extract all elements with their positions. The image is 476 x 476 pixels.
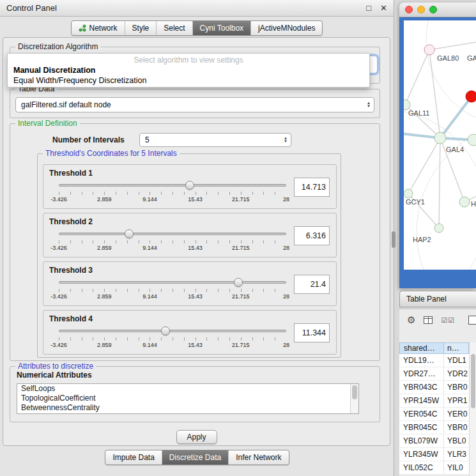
slider-ticks [59, 289, 286, 292]
gear-icon[interactable]: ⚙ [407, 314, 415, 326]
node-label-gal4: GAL4 [446, 146, 464, 153]
tab-select[interactable]: Select [156, 21, 192, 35]
bottom-tab-group: Impute Data Discretize Data Infer Networ… [105, 450, 289, 465]
node-hap2[interactable] [434, 224, 443, 233]
node-gal80[interactable] [424, 45, 434, 55]
slider-thumb[interactable] [234, 278, 243, 287]
tab-cyni-toolbox[interactable]: Cyni Toolbox [192, 21, 250, 35]
close-icon[interactable]: ✕ [380, 3, 387, 13]
tab-infer-network[interactable]: Infer Network [228, 450, 288, 464]
table-row[interactable]: YPR145W YPR1 [399, 394, 469, 408]
control-panel-window: Control Panel □ ✕ Network Style Select [0, 0, 394, 476]
node-right[interactable] [468, 134, 476, 146]
list-scrollbar-thumb[interactable] [352, 385, 357, 399]
network-window-titlebar [399, 3, 476, 17]
slider-ticks [59, 240, 286, 243]
slider-track[interactable] [59, 326, 286, 336]
slider-scale: -3.426 2.859 9.144 15.43 21.715 28 [59, 245, 286, 252]
table-row[interactable]: YER054C YER0 [399, 408, 469, 421]
threshold-1-value-field[interactable]: 14.713 [294, 178, 330, 197]
node-selected-red[interactable] [466, 91, 476, 102]
slider-thumb[interactable] [125, 229, 134, 238]
threshold-4-slider: -3.426 2.859 9.144 15.43 21.715 28 [59, 326, 286, 349]
table-row[interactable]: YBR045C YBR0 [399, 421, 469, 434]
threshold-3-value-field[interactable]: 21.4 [294, 275, 330, 294]
popup-item-equal-width[interactable]: Equal Width/Frequency Discretization [8, 75, 369, 85]
slider-ticks [59, 337, 286, 341]
slider-scale: -3.426 2.859 9.144 15.43 21.715 28 [59, 196, 286, 203]
zoom-window-button[interactable] [429, 6, 437, 13]
node-label-h: H [471, 200, 476, 208]
network-view-window: GAL80 GA GAL11 GAL4 GCY1 H HAP2 [399, 3, 476, 288]
node-gal4[interactable] [434, 132, 446, 144]
close-window-button[interactable] [405, 6, 413, 13]
column-header-shared-name[interactable]: shared… [399, 342, 444, 354]
cell-name: YER0 [444, 408, 469, 420]
threshold-2-value-field[interactable]: 6.316 [294, 226, 330, 245]
tab-impute-data[interactable]: Impute Data [105, 450, 161, 464]
list-item-topologicalcoefficient[interactable]: TopologicalCoefficient [17, 394, 358, 403]
table-row[interactable]: YDR27… YDR2 [399, 367, 469, 381]
cell-name: YIL0 [444, 461, 469, 474]
slider-track[interactable] [59, 277, 286, 288]
tab-jactivemnodules[interactable]: jActiveMNodules [250, 21, 322, 35]
combo-stepper-icon: ▲▼ [367, 102, 371, 108]
slider-track[interactable] [59, 180, 286, 190]
apply-button[interactable]: Apply [176, 430, 217, 444]
list-scrollbar[interactable] [350, 384, 358, 413]
columns-icon[interactable] [424, 316, 433, 324]
float-window-icon[interactable]: □ [366, 3, 371, 13]
window-title: Control Panel [6, 3, 57, 13]
node-h[interactable] [459, 197, 470, 207]
tab-style[interactable]: Style [125, 21, 157, 35]
panel-splitter-grip[interactable] [392, 231, 395, 248]
attributes-group: Attributes to discretize Numerical Attri… [10, 366, 380, 422]
slider-track[interactable] [59, 229, 286, 239]
cell-name: YBR0 [444, 421, 469, 434]
cyni-toolbox-panel: Discretization Algorithm Select algorith… [3, 37, 390, 446]
slider-thumb[interactable] [161, 326, 170, 335]
node-gcy1[interactable] [404, 189, 413, 198]
threshold-4-label: Threshold 4 [49, 314, 93, 323]
table-row[interactable]: YIL052C YIL0 [399, 461, 469, 475]
slider-ticks [59, 192, 286, 195]
tab-impute-data-label: Impute Data [112, 453, 154, 462]
cell-shared-name: YDL19… [399, 354, 444, 367]
tab-network[interactable]: Network [72, 21, 125, 35]
tab-infer-network-label: Infer Network [236, 453, 281, 462]
popup-placeholder-text: Select algorithm to view settings [8, 54, 369, 65]
minimize-window-button[interactable] [417, 6, 425, 13]
cell-shared-name: YPR145W [399, 394, 444, 407]
select-columns-icon[interactable]: ☑☑ [441, 316, 455, 325]
slider-rail [59, 233, 286, 235]
threshold-4-value-field[interactable]: 11.344 [294, 323, 330, 342]
threshold-3-slider: -3.426 2.859 9.144 15.43 21.715 28 [59, 277, 286, 300]
table-data-combobox[interactable]: galFiltered.sif default node ▲▼ [15, 97, 374, 112]
discretization-algorithm-legend: Discretization Algorithm [15, 42, 100, 51]
numerical-attributes-label: Numerical Attributes [17, 371, 92, 380]
network-canvas[interactable]: GAL80 GA GAL11 GAL4 GCY1 H HAP2 [404, 20, 476, 270]
threshold-1-slider: -3.426 2.859 9.144 15.43 21.715 28 [59, 180, 286, 203]
interval-definition-legend: Interval Definition [15, 119, 80, 128]
cell-shared-name: YER054C [399, 408, 444, 420]
network-icon [79, 24, 86, 32]
list-item-selfloops[interactable]: SelfLoops [17, 384, 358, 394]
table-scrollbar-thumb[interactable] [471, 354, 475, 408]
table-row[interactable]: YDL19… YDL1 [399, 354, 469, 367]
table-scrollbar[interactable] [469, 342, 476, 476]
table-row[interactable]: YBR043C YBR0 [399, 381, 469, 394]
list-item-betweennesscentrality[interactable]: BetweennessCentrality [17, 403, 358, 413]
table-panel-header[interactable]: Table Panel [399, 291, 476, 307]
number-of-intervals-combobox[interactable]: 5 ▲▼ [139, 133, 291, 147]
column-header-name[interactable]: n… [444, 342, 469, 354]
tab-discretize-data[interactable]: Discretize Data [162, 450, 228, 464]
cell-shared-name: YDR27… [399, 367, 444, 380]
threshold-2-slider: -3.426 2.859 9.144 15.43 21.715 28 [59, 229, 286, 252]
cell-name: YLR3 [444, 448, 469, 461]
slider-thumb[interactable] [185, 181, 194, 190]
function-builder-icon[interactable] [468, 316, 476, 325]
popup-item-manual-discretization[interactable]: Manual Discretization [8, 65, 369, 75]
table-row[interactable]: YLR345W YLR3 [399, 448, 469, 461]
table-row[interactable]: YBL079W YBL0 [399, 434, 469, 448]
thresholds-group: Threshold's Coordinates for 5 Intervals … [37, 153, 341, 358]
